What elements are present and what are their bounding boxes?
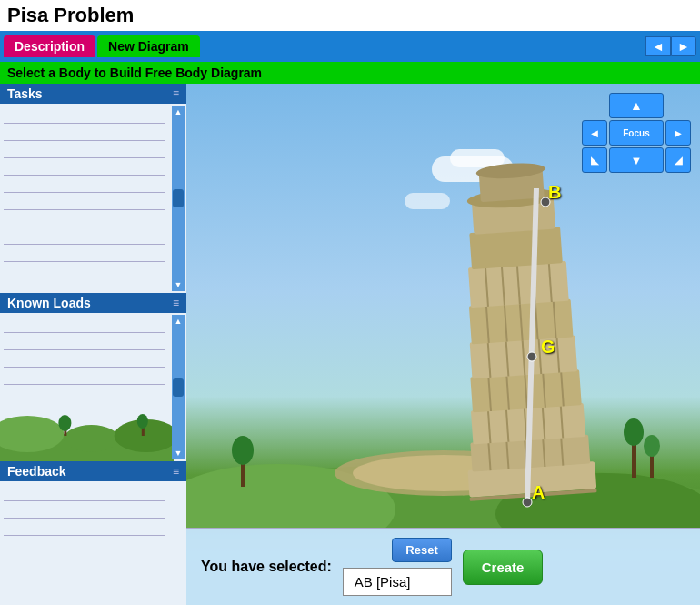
load-line [4,334,165,350]
selected-label: You have selected: [201,559,332,575]
point-g-label: G [541,337,555,358]
known-loads-landscape [0,407,174,461]
svg-point-7 [137,414,148,429]
nav-up-button[interactable]: ▲ [609,93,664,118]
point-b-label: B [548,182,561,203]
create-button[interactable]: Create [463,550,544,585]
selected-value-display: AB [Pisa] [343,568,452,596]
reset-button[interactable]: Reset [392,538,451,562]
point-a-label: A [532,482,545,503]
known-loads-icon: ≡ [173,297,179,309]
svg-point-18 [644,435,660,457]
task-line [4,211,165,227]
scrollbar-thumb[interactable] [173,378,184,397]
focus-button[interactable]: Focus [609,120,664,146]
nav-controls: ▲ ◄ Focus ► ◣ ▼ ◢ [582,93,691,173]
selection-bar: You have selected: Reset AB [Pisa] Creat… [186,528,700,605]
known-loads-section: Known Loads ≡ [0,293,186,461]
tasks-section: Tasks ≡ ▲ [0,84,186,293]
page-title: Pisa Problem [0,0,700,31]
tab-bar: Description New Diagram ◄ ► [0,31,700,62]
task-line [4,194,165,210]
instruction-bar: Select a Body to Build Free Body Diagram [0,62,700,84]
feedback-header: Feedback ≡ [0,461,186,481]
tab-next-button[interactable]: ► [671,36,696,56]
load-line [4,368,165,385]
known-loads-header: Known Loads ≡ [0,293,186,313]
svg-point-16 [624,418,644,446]
feedback-section: Feedback ≡ [0,461,186,605]
main-content: Tasks ≡ ▲ [0,84,700,605]
task-line [4,176,165,193]
feedback-icon: ≡ [173,465,179,478]
feedback-content [0,481,186,605]
scroll-down-arrow[interactable]: ▼ [172,278,185,291]
tasks-header-icon: ≡ [173,87,179,100]
tasks-content: ▲ ▼ [0,104,186,293]
known-loads-content: ▲ ▼ [0,313,186,461]
feedback-line [4,502,165,519]
left-panel: Tasks ≡ ▲ [0,84,186,605]
svg-point-5 [58,415,71,431]
svg-point-14 [232,436,254,465]
scene: B G A ▲ ◄ Focus ► ◣ ▼ ◢ [186,84,700,605]
svg-point-65 [523,498,532,507]
feedback-line [4,519,165,536]
svg-point-64 [527,352,536,361]
nav-down-left-button[interactable]: ◣ [582,147,607,173]
nav-left-button[interactable]: ◄ [582,120,607,146]
tab-new-diagram[interactable]: New Diagram [97,35,200,57]
task-line [4,125,165,141]
task-line [4,159,165,176]
task-line [4,107,165,124]
nav-down-right-button[interactable]: ◢ [665,147,691,173]
nav-down-button[interactable]: ▼ [609,147,664,173]
task-line [4,142,165,158]
svg-point-2 [64,425,118,452]
scrollbar-thumb[interactable] [173,189,184,207]
feedback-line [4,485,165,501]
task-line [4,246,165,262]
scroll-down-arrow[interactable]: ▼ [172,447,185,459]
tasks-header: Tasks ≡ [0,84,186,104]
tower[interactable]: B G A [441,111,623,539]
load-line [4,317,165,333]
scroll-up-arrow[interactable]: ▲ [172,106,185,118]
known-loads-scrollbar[interactable]: ▲ ▼ [172,315,185,459]
tab-prev-button[interactable]: ◄ [645,36,671,56]
load-line [4,351,165,368]
tab-description[interactable]: Description [4,35,95,57]
task-line [4,228,165,245]
tasks-scrollbar[interactable]: ▲ ▼ [172,106,185,291]
scroll-up-arrow[interactable]: ▲ [172,315,185,328]
nav-right-button[interactable]: ► [665,120,691,146]
